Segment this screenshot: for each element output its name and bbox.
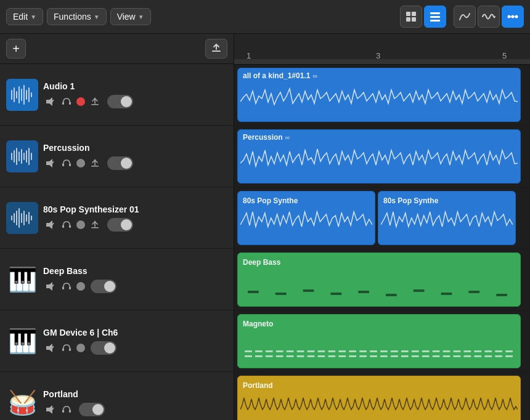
headphone-button[interactable] [60, 341, 73, 355]
svg-rect-119 [474, 355, 481, 357]
track-thumbnail: 🥁 [6, 387, 38, 419]
record-dot[interactable] [76, 282, 85, 291]
list-view-button[interactable] [424, 6, 446, 28]
headphone-button[interactable] [60, 218, 73, 232]
headphone-button[interactable] [60, 280, 73, 293]
track-thumbnail [6, 140, 38, 172]
track-controls [43, 156, 227, 170]
view-menu-button[interactable]: View ▼ [110, 8, 151, 25]
audio-waveform-icon [9, 204, 36, 232]
svg-rect-4 [430, 12, 440, 14]
midi-svg [242, 331, 516, 363]
track-row: 🎹 Deep Bass [0, 249, 234, 310]
svg-rect-19 [26, 90, 27, 100]
mute-button[interactable] [43, 280, 57, 293]
svg-rect-6 [430, 20, 440, 22]
midi-clip[interactable]: Magneto [237, 314, 521, 368]
track-list-header: + [0, 34, 234, 64]
headphone-button[interactable] [60, 156, 73, 170]
automation-button[interactable] [454, 6, 476, 28]
grid-view-button[interactable] [400, 6, 422, 28]
input-button[interactable] [88, 156, 102, 170]
audio-clip[interactable]: Percussion ∞ [237, 129, 521, 184]
mute-button[interactable] [43, 218, 57, 232]
svg-rect-60 [69, 410, 71, 413]
audio-clip[interactable]: 80s Pop Synthe [237, 191, 375, 245]
flex-button[interactable] [478, 6, 500, 28]
svg-rect-122 [505, 355, 513, 357]
headphone-button[interactable] [60, 403, 73, 416]
link-icon: ∞ [285, 134, 290, 141]
track-list-panel: + [0, 34, 234, 420]
record-dot[interactable] [76, 159, 85, 168]
svg-rect-112 [401, 355, 409, 357]
track-info: Audio 1 [43, 81, 227, 108]
midi-clip[interactable]: Deep Bass [237, 252, 521, 307]
svg-rect-38 [91, 166, 99, 167]
track-toggle[interactable] [79, 403, 105, 416]
audio-clip[interactable]: Portland [237, 376, 521, 420]
clip-row: Portland [234, 373, 530, 420]
audio-clip[interactable]: all of a kind_1#01.1 ∞ [237, 68, 521, 122]
track-name: Audio 1 [43, 81, 227, 91]
track-row: Percussion [0, 126, 234, 187]
svg-rect-102 [297, 355, 304, 357]
svg-rect-65 [358, 291, 369, 293]
view-label: View [117, 12, 136, 22]
upload-button[interactable] [205, 39, 227, 59]
mute-button[interactable] [43, 341, 57, 355]
record-dot[interactable] [76, 220, 85, 229]
record-dot[interactable] [76, 97, 85, 106]
svg-rect-91 [453, 350, 460, 352]
svg-rect-68 [441, 293, 452, 295]
smart-tempo-button[interactable] [502, 6, 524, 28]
svg-rect-80 [338, 350, 346, 352]
edit-chevron-icon: ▼ [30, 14, 36, 20]
input-button[interactable] [88, 95, 102, 108]
track-toggle[interactable] [107, 95, 133, 108]
svg-rect-114 [422, 355, 430, 357]
timeline-panel: 1 3 5 all of a kind_1#01.1 ∞ [234, 34, 530, 420]
track-toggle[interactable] [107, 218, 133, 232]
svg-rect-100 [276, 355, 283, 357]
svg-rect-32 [26, 150, 27, 163]
svg-rect-106 [338, 355, 346, 357]
svg-rect-3 [412, 17, 416, 22]
track-thumbnail: 🎹 [6, 325, 38, 357]
svg-rect-67 [414, 289, 425, 292]
svg-rect-39 [11, 216, 12, 220]
track-info: Percussion [43, 143, 227, 170]
input-button[interactable] [88, 218, 102, 232]
svg-rect-71 [245, 350, 252, 352]
svg-rect-53 [62, 286, 64, 289]
grid-icon [406, 11, 417, 22]
svg-rect-70 [496, 294, 507, 296]
audio-clip[interactable]: 80s Pop Synthe [378, 191, 516, 245]
svg-rect-98 [255, 355, 263, 357]
svg-rect-15 [16, 91, 17, 99]
ruler-bar [234, 59, 530, 64]
clip-label: Magneto [243, 320, 273, 328]
svg-rect-18 [23, 85, 25, 105]
svg-rect-81 [349, 350, 356, 352]
headphone-button[interactable] [60, 95, 73, 108]
svg-rect-37 [69, 163, 71, 166]
main-layout: + [0, 34, 530, 420]
edit-menu-button[interactable]: Edit ▼ [6, 8, 43, 25]
add-track-button[interactable]: + [6, 39, 26, 59]
clip-row: Percussion ∞ [234, 126, 530, 188]
track-row: 80s Pop Synthesizer 01 [0, 187, 234, 249]
midi-svg [242, 269, 516, 301]
track-toggle[interactable] [91, 341, 116, 355]
timeline-tracks: all of a kind_1#01.1 ∞ Percussion ∞ [234, 65, 530, 420]
track-toggle[interactable] [107, 156, 133, 170]
functions-menu-button[interactable]: Functions ▼ [47, 8, 107, 25]
mute-button[interactable] [43, 95, 57, 108]
mute-button[interactable] [43, 156, 57, 170]
mute-button[interactable] [43, 403, 57, 416]
svg-rect-49 [62, 225, 64, 228]
clip-row: all of a kind_1#01.1 ∞ [234, 65, 530, 126]
track-toggle[interactable] [91, 280, 116, 293]
svg-rect-54 [69, 286, 71, 289]
record-dot[interactable] [76, 344, 85, 352]
